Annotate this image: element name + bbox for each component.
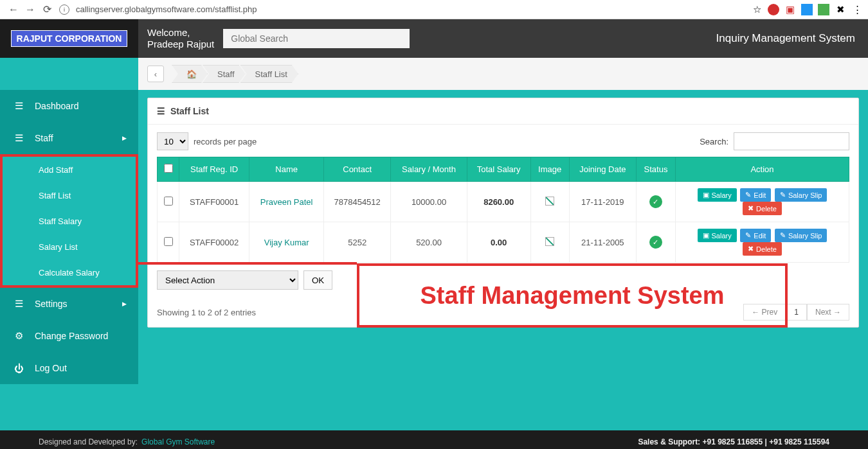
sidebar-item-logout[interactable]: ⏻ Log Out [0,352,138,384]
extension-icon[interactable]: ▣ [784,4,796,15]
browser-chrome: ← → ⟳ i callingserver.globalgymsoftware.… [0,0,868,19]
footer-support: Sales & Support: +91 9825 116855 | +91 9… [638,437,829,446]
url-bar[interactable]: callingserver.globalgymsoftware.com/staf… [73,4,751,14]
th-salary-month[interactable]: Salary / Month [391,157,467,182]
star-icon[interactable]: ☆ [751,4,763,15]
select-all-checkbox[interactable] [164,164,173,173]
extension-icon[interactable] [768,4,779,15]
gear-icon: ⚙ [12,330,26,342]
th-joining-date[interactable]: Joining Date [569,157,636,182]
cell-reg-id: STAFF00002 [179,222,249,263]
submenu-staff-salary[interactable]: Staff Salary [3,208,136,234]
delete-icon: ✖ [748,204,754,213]
row-checkbox[interactable] [164,197,173,206]
sidebar-label: Settings [35,299,68,309]
footer-design: Designed and Developed by: [39,437,138,446]
next-button[interactable]: Next → [807,304,849,321]
status-active-icon: ✓ [649,236,662,249]
system-title: Inquiry Management System [716,32,868,45]
staff-submenu: Add Staff Staff List Staff Salary Salary… [0,154,138,288]
breadcrumb-back-button[interactable]: ‹ [147,66,164,82]
cell-contact: 7878454512 [324,182,391,222]
staff-name-link[interactable]: Vijay Kumar [264,238,309,247]
cell-salary-month: 520.00 [391,222,467,263]
salary-slip-button[interactable]: ✎Salary Slip [775,188,827,202]
headline-box: Staff Management System [357,263,788,328]
salary-slip-button[interactable]: ✎Salary Slip [775,229,827,242]
cell-total-salary: 0.00 [467,222,530,263]
extension-icon[interactable] [818,4,829,15]
salary-button[interactable]: ▣Salary [698,229,737,242]
welcome-user: Pradeep Rajput [147,39,214,50]
menu-icon[interactable]: ⋮ [851,4,863,15]
footer-link[interactable]: Global Gym Software [141,437,215,446]
th-status[interactable]: Status [636,157,675,182]
search-label: Search: [700,137,728,146]
headline-text: Staff Management System [420,282,724,310]
settings-icon: ☰ [12,298,26,310]
staff-name-link[interactable]: Praveen Patel [260,197,313,207]
delete-button[interactable]: ✖Delete [743,242,782,256]
submenu-salary-list[interactable]: Salary List [3,234,136,260]
ok-button[interactable]: OK [303,270,332,290]
slip-icon: ✎ [780,191,786,199]
extension-icon[interactable]: ✖ [835,4,846,15]
th-contact[interactable]: Contact [324,157,391,182]
app-header: RAJPUT CORPORATION Welcome, Pradeep Rajp… [0,19,868,58]
edit-button[interactable]: ✎Edit [740,188,771,202]
salary-button[interactable]: ▣Salary [698,188,737,202]
page-footer: Designed and Developed by: Global Gym So… [0,430,868,449]
staff-table: Staff Reg. ID Name Contact Salary / Mont… [157,157,849,263]
breadcrumb-home[interactable]: 🏠 [172,65,208,83]
dashboard-icon: ☰ [12,100,26,112]
forward-button[interactable]: → [23,3,37,17]
bulk-action-select[interactable]: Select Action [157,270,298,290]
submenu-calculate-salary[interactable]: Calculate Salary [3,260,136,285]
sidebar-item-dashboard[interactable]: ☰ Dashboard [0,90,138,122]
showing-text: Showing 1 to 2 of 2 entries [157,308,256,317]
sidebar-item-change-password[interactable]: ⚙ Change Password [0,320,138,352]
submenu-staff-list[interactable]: Staff List [3,182,136,208]
cell-joining-date: 17-11-2019 [569,182,636,222]
sidebar-label: Change Password [35,331,108,341]
th-total-salary[interactable]: Total Salary [467,157,530,182]
delete-button[interactable]: ✖Delete [743,202,782,215]
logo-text: RAJPUT CORPORATION [11,30,128,47]
extension-icon[interactable] [801,4,813,15]
back-button[interactable]: ← [6,3,21,17]
table-row: STAFF00002 Vijay Kumar 5252 520.00 0.00 … [158,222,849,263]
power-icon: ⏻ [12,363,26,374]
home-icon: 🏠 [186,69,197,79]
sidebar-item-staff[interactable]: ☰ Staff ▶ [0,122,138,154]
welcome-block: Welcome, Pradeep Rajput [138,27,223,50]
records-per-page-select[interactable]: 10 [157,132,188,150]
sidebar-item-settings[interactable]: ☰ Settings ▶ [0,288,138,320]
global-search-input[interactable] [223,29,410,48]
breadcrumb: ‹ 🏠 Staff Staff List [138,58,868,90]
th-action[interactable]: Action [676,157,849,182]
th-reg-id[interactable]: Staff Reg. ID [179,157,249,182]
slip-icon: ✎ [780,231,786,240]
welcome-text: Welcome, [147,27,214,39]
info-icon[interactable]: i [59,4,69,15]
delete-icon: ✖ [748,245,754,253]
page-1-button[interactable]: 1 [786,304,807,321]
th-image[interactable]: Image [530,157,569,182]
list-icon: ☰ [157,106,165,116]
breadcrumb-staff-list[interactable]: Staff List [240,65,298,83]
th-name[interactable]: Name [249,157,324,182]
cell-joining-date: 21-11-2005 [569,222,636,263]
image-icon [545,237,554,246]
chevron-right-icon: ▶ [122,301,127,307]
submenu-add-staff[interactable]: Add Staff [3,157,136,182]
table-search-input[interactable] [734,132,849,150]
card-title: Staff List [170,106,209,116]
sidebar-label: Dashboard [35,101,79,111]
breadcrumb-staff[interactable]: Staff [203,65,246,83]
status-active-icon: ✓ [649,195,662,208]
edit-button[interactable]: ✎Edit [740,229,771,242]
row-checkbox[interactable] [164,237,173,246]
table-controls: 10 records per page Search: [157,132,849,150]
sidebar: ☰ Dashboard ☰ Staff ▶ Add Staff Staff Li… [0,58,138,430]
reload-button[interactable]: ⟳ [40,3,54,17]
